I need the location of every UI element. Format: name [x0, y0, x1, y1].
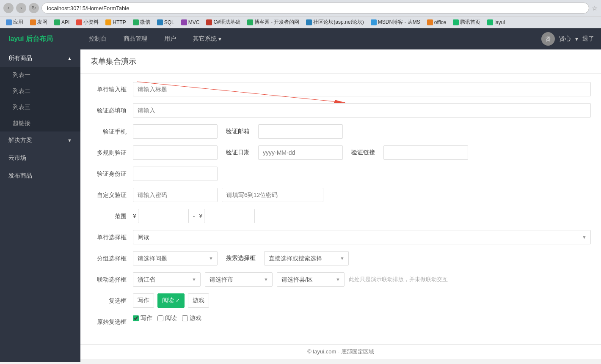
nav-item-console[interactable]: 控制台 [80, 28, 115, 49]
reload-button[interactable]: ↻ [29, 3, 39, 13]
back-button[interactable]: ‹ [3, 3, 14, 13]
bookmark-API[interactable]: API [52, 19, 72, 26]
bookmarks-bar: 应用发网API小资料HTTP微信SQLMVCC#语法基础博客园 - 开发者的网社… [0, 16, 601, 28]
fields-multi-date-link: 验证日期 验证链接 [133, 145, 591, 160]
bookmark-应用[interactable]: 应用 [3, 18, 26, 27]
range-dash: - [190, 209, 198, 223]
bookmark-star[interactable]: ☆ [592, 4, 598, 12]
bookmark-发网[interactable]: 发网 [28, 18, 50, 27]
fields-single-input [133, 82, 591, 96]
range-min-input[interactable] [138, 209, 189, 223]
fields-range: ¥ - ¥ [133, 209, 591, 223]
label-single-input: 单行输入框 [91, 82, 133, 96]
bookmark-SQL[interactable]: SQL [154, 19, 177, 26]
form-row-linked-select: 联动选择框 浙江省 ▼ 请选择市 ▼ [91, 272, 591, 287]
orig-checkbox-game[interactable]: 游戏 [182, 315, 201, 322]
sidebar-item-publish[interactable]: 发布商品 [0, 167, 80, 185]
sidebar-item-cloud[interactable]: 云市场 [0, 149, 80, 167]
bookmark-微信[interactable]: 微信 [130, 18, 153, 27]
orig-checkbox-read[interactable]: 阅读 [157, 315, 177, 322]
page-header: 表单集合演示 [80, 49, 601, 74]
form-row-single-select: 单行选择框 阅读 ▼ [91, 230, 591, 244]
dropdown-caret-icon: ▾ [218, 36, 221, 42]
nav-right: 贤 贤心 ▾ 退了 [541, 32, 601, 46]
phone-input-field[interactable] [133, 124, 218, 139]
custom-pw2[interactable] [222, 188, 323, 202]
sidebar-group-all-products[interactable]: 所有商品 ▲ [0, 49, 80, 67]
address-bar[interactable] [41, 3, 589, 14]
range-max-input[interactable] [204, 209, 255, 223]
sidebar-group-solutions[interactable]: 解决方案 ▼ [0, 131, 80, 149]
orig-checkbox-write-input[interactable] [133, 315, 139, 321]
linked-district-select[interactable]: 请选择县/区 [277, 272, 345, 287]
nav-item-products[interactable]: 商品管理 [115, 28, 156, 49]
date-input[interactable] [258, 145, 343, 160]
bookmark-icon-应用 [6, 19, 12, 25]
orig-checkbox-read-input[interactable] [157, 315, 163, 321]
bookmark-icon-MSDN博客 - 从MS [371, 19, 377, 25]
required-input-field[interactable] [133, 103, 591, 118]
bookmark-office[interactable]: office [425, 19, 449, 26]
form-row-multi-date-link: 多规则验证 验证日期 验证链接 [91, 145, 591, 160]
bookmark-C#语法基础[interactable]: C#语法基础 [204, 18, 243, 27]
linked-province-select[interactable]: 浙江省 [133, 272, 201, 287]
form-row-group-search-select: 分组选择框 请选择问题 ▼ 搜索选择框 直接选择或搜索选择 [91, 251, 591, 265]
orig-checkbox-write[interactable]: 写作 [133, 315, 152, 322]
single-input-field[interactable] [133, 82, 591, 96]
bookmark-腾讯首页[interactable]: 腾讯首页 [450, 18, 483, 27]
bookmark-MSDN博客 - 从MS[interactable]: MSDN博客 - 从MS [368, 18, 423, 27]
sidebar-item-list2[interactable]: 列表二 [0, 83, 80, 99]
bookmark-icon-微信 [133, 19, 139, 25]
sidebar-item-list1[interactable]: 列表一 [0, 67, 80, 83]
fields-checkbox: 写作 阅读 ✓ 游戏 [133, 293, 591, 308]
logout-button[interactable]: 退了 [582, 35, 594, 43]
label-required: 验证必填项 [91, 103, 133, 118]
bookmark-icon-layui [487, 19, 493, 25]
id-input[interactable] [133, 167, 218, 181]
bookmark-icon-HTTP [105, 19, 111, 25]
email-input-field[interactable] [258, 124, 343, 139]
fields-orig-checkbox: 写作 阅读 游戏 [133, 315, 591, 322]
multi-rule-input[interactable] [133, 145, 218, 160]
bookmark-icon-C#语法基础 [206, 19, 212, 25]
bookmark-社区论坛(asp.net论坛)[interactable]: 社区论坛(asp.net论坛) [303, 18, 366, 27]
sidebar-item-list3[interactable]: 列表三 [0, 99, 80, 115]
bookmark-icon-MVC [181, 19, 187, 25]
label-search-select: 搜索选择框 [226, 255, 256, 262]
avatar: 贤 [541, 32, 555, 46]
bookmark-小资料[interactable]: 小资料 [74, 18, 101, 27]
search-select-field[interactable]: 直接选择或搜索选择 [264, 251, 349, 265]
bookmark-icon-SQL [157, 19, 163, 25]
bookmark-HTTP[interactable]: HTTP [103, 19, 128, 26]
top-nav: layui 后台布局 控制台 商品管理 用户 其它系统 ▾ 贤 贤心 ▾ 退了 [0, 28, 601, 49]
bookmark-icon-office [427, 19, 433, 25]
linked-city-select[interactable]: 请选择市 [205, 272, 273, 287]
fields-phone-email: 验证邮箱 [133, 124, 591, 139]
group-select-field[interactable]: 请选择问题 [133, 251, 218, 265]
bookmark-icon-博客园 - 开发者的网 [247, 19, 253, 25]
label-id: 验证身份证 [91, 167, 133, 181]
bookmark-icon-发网 [30, 19, 36, 25]
nav-item-users[interactable]: 用户 [156, 28, 185, 49]
checkbox-read[interactable]: 阅读 ✓ [157, 293, 185, 308]
link-input[interactable] [383, 145, 468, 160]
sidebar-item-hyperlink[interactable]: 超链接 [0, 115, 80, 131]
fields-linked: 浙江省 ▼ 请选择市 ▼ 请选择县/区 [133, 272, 591, 287]
fields-id [133, 167, 591, 181]
checkbox-write[interactable]: 写作 [133, 293, 154, 308]
orig-checkbox-game-input[interactable] [182, 315, 188, 321]
single-select-field[interactable]: 阅读 [133, 230, 591, 244]
bookmark-layui[interactable]: layui [485, 19, 507, 26]
checkbox-game[interactable]: 游戏 [188, 293, 209, 308]
nav-item-other[interactable]: 其它系统 ▾ [185, 28, 230, 49]
main-content: 表单集合演示 单行输入框 [80, 49, 601, 362]
label-checkbox: 复选框 [91, 293, 133, 308]
sidebar-caret-solutions-icon: ▼ [67, 138, 72, 143]
forward-button[interactable]: › [16, 3, 26, 13]
custom-pw1[interactable] [133, 188, 218, 202]
bookmark-icon-腾讯首页 [453, 19, 459, 25]
yen2: ¥ [199, 209, 202, 223]
linked-select-hint: 此处只是演示联动排版，并未做联动交互 [349, 276, 448, 283]
bookmark-MVC[interactable]: MVC [179, 19, 202, 26]
bookmark-博客园 - 开发者的网[interactable]: 博客园 - 开发者的网 [245, 18, 302, 27]
